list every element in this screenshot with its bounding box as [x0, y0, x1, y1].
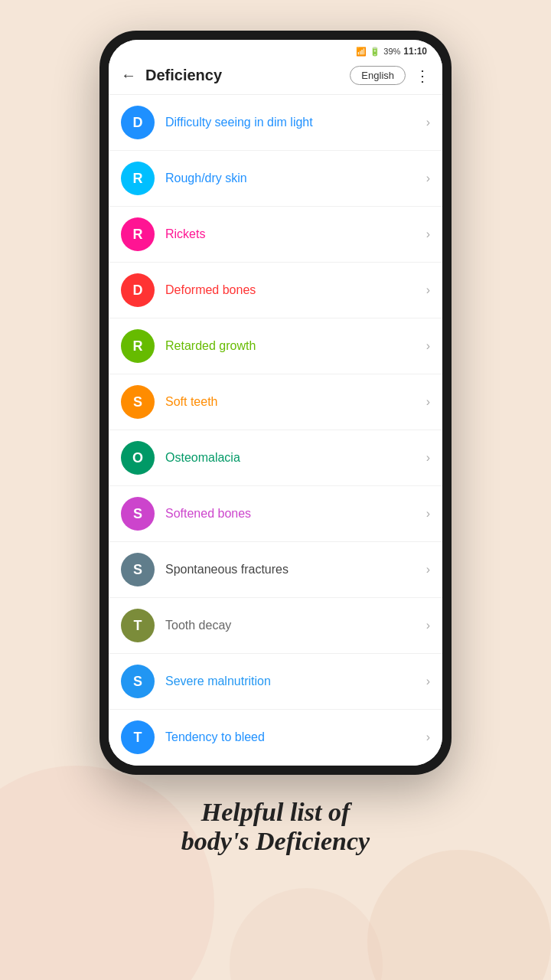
item-label: Rickets: [165, 227, 416, 241]
item-label: Soft teeth: [165, 395, 416, 409]
wifi-icon: 📶: [356, 47, 367, 57]
more-options-icon[interactable]: ⋮: [415, 67, 430, 85]
chevron-right-icon: ›: [426, 730, 430, 744]
item-avatar: S: [121, 553, 155, 586]
list-item[interactable]: RRickets›: [109, 207, 442, 263]
status-time: 11:10: [403, 46, 427, 57]
chevron-right-icon: ›: [426, 563, 430, 577]
item-avatar: S: [121, 665, 155, 698]
item-label: Tendency to bleed: [165, 730, 416, 744]
list-item[interactable]: DDifficulty seeing in dim light›: [109, 95, 442, 151]
item-label: Difficulty seeing in dim light: [165, 116, 416, 129]
phone-screen: 📶 🔋 39% 11:10 ← Deficiency English ⋮ DDi…: [109, 40, 442, 766]
list-item[interactable]: RRough/dry skin›: [109, 151, 442, 207]
status-icons: 📶 🔋 39% 11:10: [356, 46, 427, 57]
item-avatar: S: [121, 497, 155, 531]
item-label: Softened bones: [165, 507, 416, 521]
item-label: Tooth decay: [165, 619, 416, 632]
svg-point-1: [367, 850, 551, 980]
item-avatar: S: [121, 385, 155, 419]
chevron-right-icon: ›: [426, 116, 430, 129]
deficiency-list: DDifficulty seeing in dim light›RRough/d…: [109, 95, 442, 766]
list-item[interactable]: SSpontaneous fractures›: [109, 542, 442, 598]
back-button[interactable]: ←: [121, 67, 136, 84]
list-item[interactable]: SSoftened bones›: [109, 486, 442, 542]
chevron-right-icon: ›: [426, 451, 430, 465]
item-label: Rough/dry skin: [165, 172, 416, 185]
top-bar: ← Deficiency English ⋮: [109, 60, 442, 95]
item-avatar: T: [121, 609, 155, 642]
list-item[interactable]: TTooth decay›: [109, 598, 442, 654]
item-label: Osteomalacia: [165, 451, 416, 465]
item-avatar: O: [121, 441, 155, 475]
list-item[interactable]: RRetarded growth›: [109, 318, 442, 374]
battery-percent: 39%: [383, 47, 400, 56]
list-item[interactable]: TTendency to bleed›: [109, 710, 442, 766]
item-label: Deformed bones: [165, 283, 416, 297]
chevron-right-icon: ›: [426, 339, 430, 353]
item-label: Retarded growth: [165, 339, 416, 353]
item-avatar: R: [121, 329, 155, 363]
item-avatar: R: [121, 217, 155, 251]
battery-icon: 🔋: [370, 47, 380, 57]
bottom-text-line1: Helpful list of: [181, 798, 370, 827]
list-item[interactable]: SSevere malnutrition›: [109, 654, 442, 710]
chevron-right-icon: ›: [426, 619, 430, 632]
bottom-text: Helpful list of body's Deficiency: [181, 798, 370, 856]
status-bar: 📶 🔋 39% 11:10: [109, 40, 442, 60]
bottom-text-line2: body's Deficiency: [181, 827, 370, 856]
item-label: Severe malnutrition: [165, 675, 416, 688]
chevron-right-icon: ›: [426, 227, 430, 241]
list-item[interactable]: OOsteomalacia›: [109, 430, 442, 486]
page-title: Deficiency: [145, 67, 341, 84]
svg-point-2: [230, 888, 383, 980]
chevron-right-icon: ›: [426, 283, 430, 297]
chevron-right-icon: ›: [426, 507, 430, 521]
chevron-right-icon: ›: [426, 172, 430, 185]
chevron-right-icon: ›: [426, 395, 430, 409]
item-avatar: D: [121, 273, 155, 307]
chevron-right-icon: ›: [426, 675, 430, 688]
item-label: Spontaneous fractures: [165, 563, 416, 577]
list-item[interactable]: DDeformed bones›: [109, 263, 442, 318]
item-avatar: T: [121, 720, 155, 754]
language-button[interactable]: English: [350, 66, 406, 85]
phone-frame: 📶 🔋 39% 11:10 ← Deficiency English ⋮ DDi…: [99, 31, 452, 775]
list-item[interactable]: SSoft teeth›: [109, 374, 442, 430]
item-avatar: R: [121, 162, 155, 195]
item-avatar: D: [121, 106, 155, 139]
